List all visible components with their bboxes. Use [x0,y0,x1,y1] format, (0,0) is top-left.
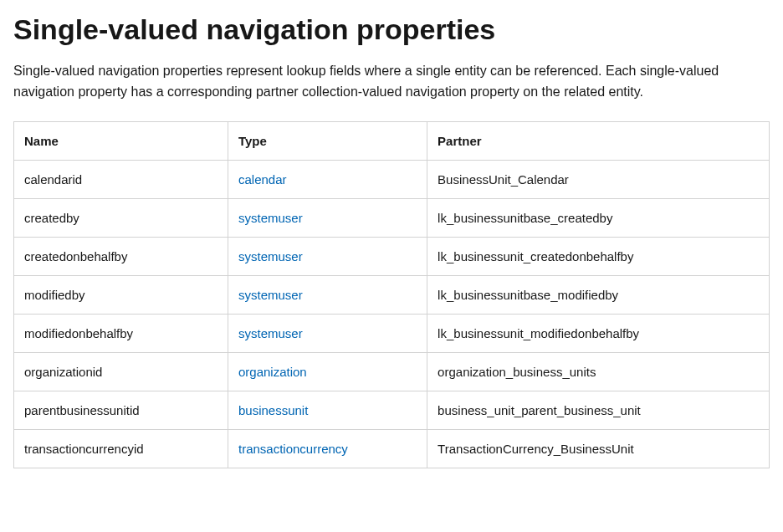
cell-type: transactioncurrency [228,429,427,468]
cell-type: organization [228,352,427,391]
cell-partner: lk_businessunit_modifiedonbehalfby [427,314,770,352]
type-link[interactable]: transactioncurrency [238,442,348,456]
cell-name: createdby [14,198,228,237]
properties-table: Name Type Partner calendaridcalendarBusi… [13,121,770,468]
page-heading: Single-valued navigation properties [13,13,770,46]
table-row: modifiedbysystemuserlk_businessunitbase_… [14,275,770,314]
cell-name: modifiedonbehalfby [14,314,228,352]
cell-type: systemuser [228,314,427,352]
column-header-type: Type [228,121,427,160]
type-link[interactable]: organization [238,365,307,379]
cell-type: calendar [228,160,427,198]
table-row: calendaridcalendarBusinessUnit_Calendar [14,160,770,198]
type-link[interactable]: systemuser [238,326,303,340]
cell-name: modifiedby [14,275,228,314]
cell-partner: organization_business_units [427,352,770,391]
cell-name: createdonbehalfby [14,237,228,275]
column-header-partner: Partner [427,121,770,160]
cell-partner: lk_businessunitbase_createdby [427,198,770,237]
cell-partner: lk_businessunit_createdonbehalfby [427,237,770,275]
table-row: transactioncurrencyidtransactioncurrency… [14,429,770,468]
cell-partner: TransactionCurrency_BusinessUnit [427,429,770,468]
cell-name: parentbusinessunitid [14,391,228,429]
type-link[interactable]: systemuser [238,211,303,225]
cell-type: systemuser [228,198,427,237]
table-row: modifiedonbehalfbysystemuserlk_businessu… [14,314,770,352]
cell-partner: business_unit_parent_business_unit [427,391,770,429]
cell-type: systemuser [228,275,427,314]
type-link[interactable]: businessunit [238,403,308,417]
type-link[interactable]: systemuser [238,288,303,302]
cell-name: organizationid [14,352,228,391]
cell-name: transactioncurrencyid [14,429,228,468]
type-link[interactable]: calendar [238,172,287,187]
column-header-name: Name [14,121,228,160]
table-row: createdonbehalfbysystemuserlk_businessun… [14,237,770,275]
cell-name: calendarid [14,160,228,198]
table-row: createdbysystemuserlk_businessunitbase_c… [14,198,770,237]
cell-partner: BusinessUnit_Calendar [427,160,770,198]
page-description: Single-valued navigation properties repr… [13,61,766,103]
table-row: parentbusinessunitidbusinessunitbusiness… [14,391,770,429]
cell-partner: lk_businessunitbase_modifiedby [427,275,770,314]
cell-type: businessunit [228,391,427,429]
type-link[interactable]: systemuser [238,249,303,263]
cell-type: systemuser [228,237,427,275]
table-row: organizationidorganizationorganization_b… [14,352,770,391]
